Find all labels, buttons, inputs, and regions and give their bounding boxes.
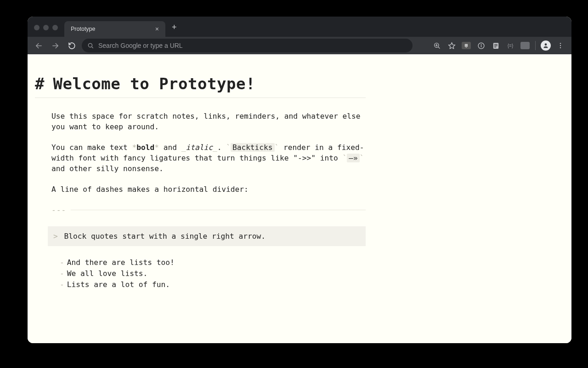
list-item: -And there are lists too! bbox=[60, 257, 366, 268]
svg-line-3 bbox=[92, 47, 93, 48]
shield-ext-icon: ⛨ bbox=[462, 42, 471, 49]
inline-code: Backticks bbox=[231, 143, 275, 152]
info-icon bbox=[477, 42, 485, 50]
tab-close-button[interactable]: × bbox=[153, 25, 161, 33]
tab-title: Prototype bbox=[71, 26, 149, 32]
italic-marker: _ bbox=[181, 143, 186, 152]
italic-text: italic bbox=[186, 143, 212, 152]
bold-marker: * bbox=[154, 143, 159, 152]
avatar-icon bbox=[541, 40, 551, 51]
svg-line-7 bbox=[438, 47, 440, 48]
list-marker: - bbox=[60, 258, 64, 267]
svg-point-18 bbox=[560, 45, 561, 46]
toolbar-divider bbox=[535, 41, 536, 50]
svg-point-17 bbox=[560, 43, 561, 44]
extension-3-button[interactable] bbox=[519, 39, 531, 52]
text-run: You can make text bbox=[51, 143, 132, 152]
blockquote-text: Block quotes start with a single right a… bbox=[64, 232, 266, 241]
braces-ext-icon: {=} bbox=[508, 43, 514, 48]
heading-row: # Welcome to Prototype! bbox=[35, 73, 366, 98]
list-marker: - bbox=[60, 269, 64, 278]
list-item-text: We all love lists. bbox=[67, 269, 147, 278]
omnibox[interactable]: Search Google or type a URL bbox=[82, 39, 413, 52]
page-content[interactable]: # Welcome to Prototype! Use this space f… bbox=[28, 54, 571, 343]
svg-marker-8 bbox=[448, 42, 455, 48]
horizontal-rule: --- bbox=[51, 205, 366, 215]
hr-marker: --- bbox=[51, 205, 66, 215]
toolbar: Search Google or type a URL ⛨ {=} bbox=[28, 37, 571, 54]
text-run: . bbox=[217, 143, 226, 152]
intro-paragraph: Use this space for scratch notes, links,… bbox=[51, 111, 366, 132]
arrow-left-icon bbox=[35, 42, 43, 50]
svg-rect-14 bbox=[494, 45, 497, 46]
zoom-icon bbox=[433, 42, 441, 49]
info-button[interactable] bbox=[475, 39, 487, 52]
close-window-dot[interactable] bbox=[34, 25, 40, 30]
extension-1-button[interactable]: ⛨ bbox=[460, 39, 473, 52]
svg-rect-15 bbox=[494, 46, 496, 47]
extension-2-button[interactable]: {=} bbox=[504, 39, 517, 52]
tab-strip: Prototype × + bbox=[28, 17, 571, 37]
code-marker: ` bbox=[360, 154, 364, 162]
document: # Welcome to Prototype! Use this space f… bbox=[35, 73, 366, 290]
code-marker: ` bbox=[226, 143, 231, 152]
omnibox-placeholder: Search Google or type a URL bbox=[98, 42, 183, 49]
back-button[interactable] bbox=[32, 39, 45, 52]
reload-icon bbox=[68, 42, 76, 50]
list-item-text: Lists are a lot of fun. bbox=[67, 280, 170, 289]
blockquote-marker: > bbox=[53, 232, 58, 241]
arrow-right-icon bbox=[51, 42, 59, 50]
menu-button[interactable] bbox=[554, 39, 567, 52]
minimize-window-dot[interactable] bbox=[43, 25, 49, 30]
reader-button[interactable] bbox=[489, 39, 502, 52]
bold-text: bold bbox=[136, 143, 154, 152]
text-run: and bbox=[159, 143, 181, 152]
page-title: Welcome to Prototype! bbox=[53, 73, 255, 95]
blockquote: > Block quotes start with a single right… bbox=[48, 226, 366, 246]
star-icon bbox=[448, 42, 456, 50]
reader-icon bbox=[492, 42, 500, 50]
divider-intro-paragraph: A line of dashes makes a horizontal divi… bbox=[51, 184, 366, 195]
svg-point-16 bbox=[545, 43, 547, 46]
svg-point-19 bbox=[560, 47, 561, 48]
tab-prototype[interactable]: Prototype × bbox=[64, 21, 165, 37]
svg-rect-13 bbox=[494, 44, 497, 44]
window-controls bbox=[28, 25, 64, 37]
reload-button[interactable] bbox=[65, 39, 78, 52]
formatting-paragraph: You can make text *bold* and _italic_. `… bbox=[51, 142, 366, 174]
list-item-text: And there are lists too! bbox=[67, 258, 175, 267]
list-item: -We all love lists. bbox=[60, 268, 366, 279]
svg-point-11 bbox=[481, 44, 481, 45]
toolbar-right: ⛨ {=} bbox=[430, 39, 567, 52]
search-icon bbox=[87, 42, 94, 49]
heading-marker: # bbox=[35, 73, 45, 95]
list-item: -Lists are a lot of fun. bbox=[60, 279, 366, 290]
hr-line bbox=[71, 210, 366, 210]
zoom-indicator-button[interactable] bbox=[430, 39, 443, 52]
zoom-window-dot[interactable] bbox=[52, 25, 58, 30]
italic-marker: _ bbox=[213, 143, 217, 152]
list-marker: - bbox=[60, 280, 64, 289]
inline-code: —» bbox=[347, 154, 360, 162]
kebab-icon bbox=[557, 42, 564, 49]
bold-marker: * bbox=[132, 143, 136, 152]
profile-button[interactable] bbox=[539, 39, 552, 52]
new-tab-button[interactable]: + bbox=[165, 23, 183, 37]
code-marker: ` bbox=[342, 154, 347, 162]
browser-window: Prototype × + Search Google or type a UR… bbox=[28, 17, 571, 343]
bullet-list: -And there are lists too! -We all love l… bbox=[60, 257, 366, 290]
forward-button[interactable] bbox=[49, 39, 62, 52]
bookmark-button[interactable] bbox=[445, 39, 458, 52]
square-ext-icon bbox=[520, 42, 530, 49]
text-run: and other silly nonsense. bbox=[51, 164, 164, 173]
code-marker: ` bbox=[275, 143, 279, 152]
